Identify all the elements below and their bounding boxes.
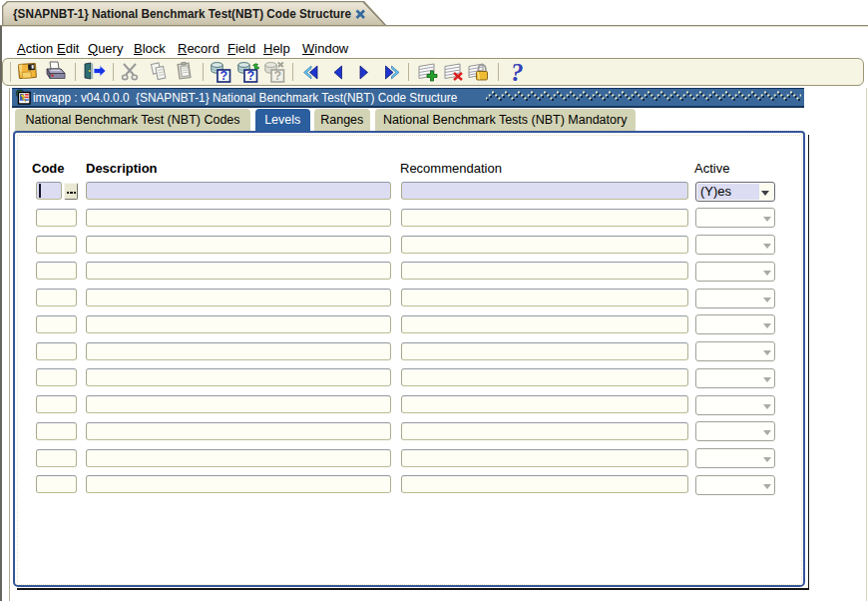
svg-text:?: ?: [511, 59, 524, 86]
svg-text:?: ?: [273, 69, 281, 83]
svg-text:?: ?: [246, 69, 254, 83]
svg-text:?: ?: [219, 69, 227, 83]
